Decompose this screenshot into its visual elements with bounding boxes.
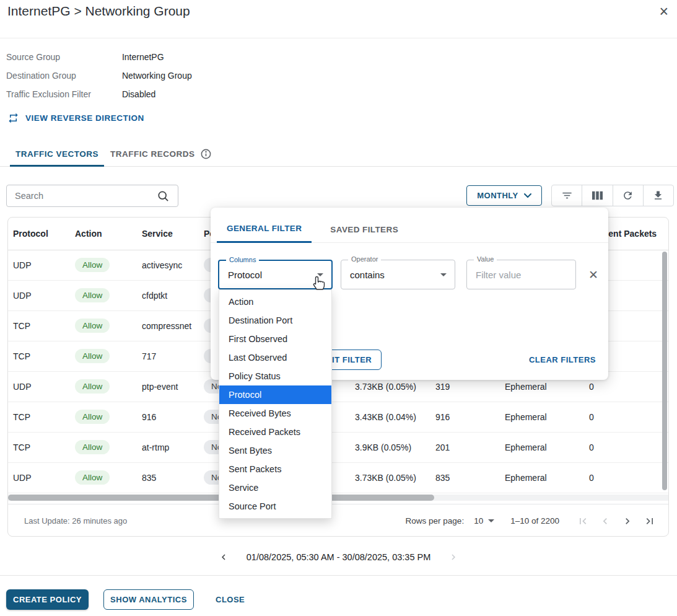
- chevron-down-icon: [524, 193, 531, 198]
- clear-filters-button[interactable]: CLEAR FILTERS: [529, 355, 596, 364]
- packets-cell: 0: [584, 462, 669, 493]
- previous-period-icon[interactable]: [218, 552, 229, 563]
- last-update-text: Last Update: 26 minutes ago: [24, 516, 127, 526]
- tab-saved-filters[interactable]: SAVED FILTERS: [320, 225, 408, 242]
- protocol-cell: TCP: [8, 310, 70, 341]
- horizontal-scrollbar-track: [8, 495, 668, 501]
- dropdown-option[interactable]: Policy Status: [219, 367, 331, 385]
- page-title: InternetPG > Networking Group: [7, 4, 190, 19]
- bytes-cell: 3.73KB (0.05%): [350, 462, 430, 493]
- show-analytics-button[interactable]: SHOW ANALYTICS: [103, 589, 194, 610]
- bytes-cell: 3.9KB (0.05%): [350, 432, 430, 462]
- close-icon[interactable]: ×: [659, 2, 668, 20]
- tab-traffic-vectors[interactable]: TRAFFIC VECTORS: [10, 142, 104, 167]
- last-page-icon[interactable]: [644, 515, 656, 527]
- dropdown-option[interactable]: Received Bytes: [219, 404, 331, 423]
- dropdown-arrow-icon: [440, 273, 447, 276]
- period-selector-button[interactable]: MONTHLY: [466, 185, 542, 206]
- rows-per-page-label: Rows per page:: [406, 516, 465, 526]
- table-row[interactable]: TCPAllowat-rtmpNo Policy3.9KB (0.05%)201…: [8, 432, 669, 462]
- dropdown-option[interactable]: Source Port: [219, 497, 331, 516]
- table-row[interactable]: TCPAllow916No Policy3.43KB (0.04%)916Eph…: [8, 402, 669, 432]
- action-badge: Allow: [75, 258, 110, 272]
- detail-row-source-group: Source Group InternetPG: [6, 52, 164, 62]
- dropdown-option[interactable]: Action: [219, 293, 331, 311]
- value-field: Value: [466, 260, 576, 289]
- packets-cell: 0: [584, 432, 669, 462]
- table-actions-group: [551, 185, 674, 206]
- protocol-cell: UDP: [8, 280, 70, 310]
- detail-label: Traffic Exclusion Filter: [6, 89, 120, 99]
- detail-row-destination-group: Destination Group Networking Group: [6, 71, 192, 81]
- close-button[interactable]: CLOSE: [211, 589, 250, 610]
- dropdown-option[interactable]: First Observed: [219, 330, 331, 348]
- action-badge: Allow: [75, 379, 110, 394]
- dropdown-option[interactable]: Sent Bytes: [219, 441, 331, 460]
- search-icon: [157, 190, 169, 202]
- first-page-icon[interactable]: [577, 515, 589, 527]
- view-reverse-direction-label: VIEW REVERSE DIRECTION: [25, 113, 144, 123]
- page-range-text: 1–10 of 2200: [510, 516, 559, 526]
- previous-page-icon[interactable]: [599, 515, 611, 527]
- tab-general-filter[interactable]: GENERAL FILTER: [217, 224, 312, 243]
- service-cell: 717: [137, 341, 199, 371]
- tab-traffic-records[interactable]: TRAFFIC RECORDS: [110, 148, 212, 160]
- search-box: [6, 185, 178, 207]
- dropdown-option[interactable]: Sent Packets: [219, 460, 331, 478]
- service-cell: compressnet: [137, 310, 199, 341]
- service-cell: ptp-event: [137, 371, 199, 402]
- filter-modal-tabs: GENERAL FILTER SAVED FILTERS: [211, 208, 608, 243]
- column-header: Service: [137, 218, 199, 250]
- action-cell: Allow: [70, 462, 137, 493]
- table-footer: Last Update: 26 minutes ago Rows per pag…: [8, 504, 668, 537]
- filter-value-input[interactable]: [467, 270, 565, 280]
- service-cell: cfdptkt: [137, 280, 199, 310]
- download-icon[interactable]: [643, 185, 673, 206]
- search-input[interactable]: [7, 191, 157, 201]
- action-badge: Allow: [75, 319, 110, 333]
- dropdown-option[interactable]: Destination Port: [219, 311, 331, 330]
- remove-filter-icon[interactable]: ✕: [588, 268, 598, 282]
- columns-select[interactable]: Columns Protocol: [218, 260, 333, 289]
- operator-select[interactable]: Operator contains: [341, 260, 455, 289]
- pagination: Rows per page: 10 1–10 of 2200: [406, 515, 668, 527]
- source-port-cell: Ephemeral: [500, 462, 584, 493]
- table-row[interactable]: UDPAllow835No Policy3.73KB (0.05%)835Eph…: [8, 462, 669, 493]
- value-field-label: Value: [474, 255, 497, 263]
- bytes-cell: 3.43KB (0.04%): [350, 402, 430, 432]
- rows-per-page-value: 10: [474, 516, 483, 526]
- vertical-scrollbar[interactable]: [662, 252, 667, 490]
- refresh-icon[interactable]: [613, 185, 643, 206]
- view-reverse-direction-link[interactable]: VIEW REVERSE DIRECTION: [7, 112, 144, 124]
- columns-field-label: Columns: [226, 256, 259, 263]
- swap-direction-icon: [7, 112, 19, 124]
- column-header: Action: [70, 218, 137, 250]
- rows-per-page-select[interactable]: 10: [474, 516, 494, 526]
- dropdown-option[interactable]: Last Observed: [219, 348, 331, 367]
- period-label: MONTHLY: [477, 191, 518, 200]
- detail-label: Source Group: [6, 52, 120, 62]
- columns-icon[interactable]: [582, 185, 612, 206]
- date-range-navigator: 01/08/2025, 05:30 AM - 30/08/2025, 03:35…: [0, 552, 677, 563]
- action-cell: Allow: [70, 341, 137, 371]
- action-cell: Allow: [70, 280, 137, 310]
- operator-field-value: contains: [341, 270, 385, 280]
- create-policy-button[interactable]: CREATE POLICY: [6, 589, 89, 610]
- source-port-cell: Ephemeral: [500, 432, 584, 462]
- dropdown-option[interactable]: Protocol: [219, 385, 331, 404]
- next-page-icon[interactable]: [621, 515, 634, 527]
- action-badge: Allow: [75, 470, 110, 485]
- next-period-icon[interactable]: [448, 552, 459, 563]
- protocol-cell: UDP: [8, 462, 70, 493]
- detail-value: Networking Group: [122, 71, 192, 81]
- filter-icon[interactable]: [552, 185, 582, 206]
- protocol-cell: TCP: [8, 432, 70, 462]
- action-cell: Allow: [70, 402, 137, 432]
- info-icon: [200, 148, 212, 160]
- action-badge: Allow: [75, 440, 110, 454]
- packets-cell: 0: [584, 402, 669, 432]
- columns-dropdown-menu: ActionDestination PortFirst ObservedLast…: [219, 289, 332, 519]
- dropdown-option[interactable]: Received Packets: [219, 423, 331, 441]
- dropdown-option[interactable]: Service: [219, 478, 331, 497]
- footer-divider: [0, 575, 677, 576]
